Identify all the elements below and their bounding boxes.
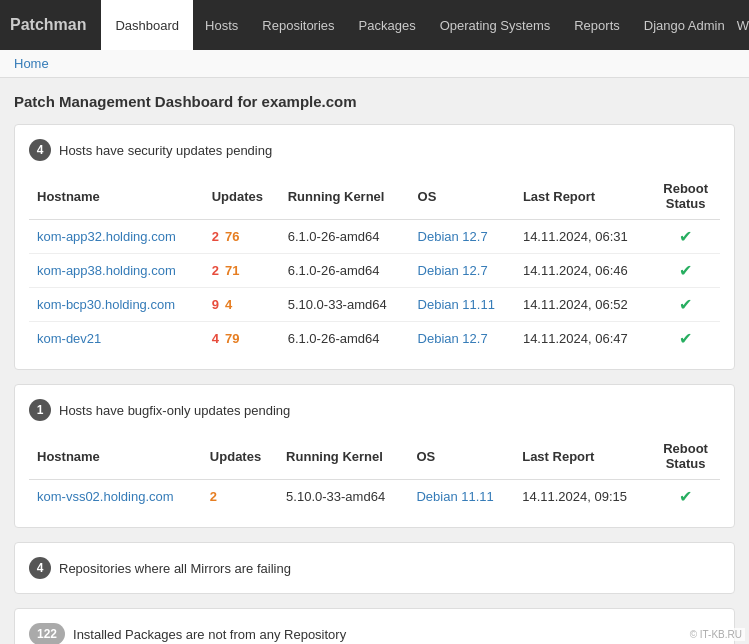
updates-orange: 76 xyxy=(225,229,239,244)
home-link[interactable]: Home xyxy=(14,56,49,71)
repos-section-header: 4 Repositories where all Mirrors are fai… xyxy=(29,557,720,579)
nav-operating-systems[interactable]: Operating Systems xyxy=(428,0,563,50)
reboot-ok-icon: ✔ xyxy=(679,488,692,505)
bugfix-label: Hosts have bugfix-only updates pending xyxy=(59,403,290,418)
packages-card: 122 Installed Packages are not from any … xyxy=(14,608,735,644)
col-hostname: Hostname xyxy=(29,173,204,220)
page-title: Patch Management Dashboard for example.c… xyxy=(14,93,735,110)
col-hostname: Hostname xyxy=(29,433,202,480)
host-link[interactable]: kom-dev21 xyxy=(37,331,101,346)
packages-label: Installed Packages are not from any Repo… xyxy=(73,627,346,642)
last-report: 14.11.2024, 06:31 xyxy=(515,220,651,254)
breadcrumb: Home xyxy=(0,50,749,78)
navbar: Dashboard Hosts Repositories Packages Op… xyxy=(101,0,736,50)
packages-section-header: 122 Installed Packages are not from any … xyxy=(29,623,720,644)
host-link[interactable]: kom-vss02.holding.com xyxy=(37,489,174,504)
col-updates: Updates xyxy=(202,433,278,480)
user-info: Welcome, adm / Log out xyxy=(737,18,749,33)
updates-red: 4 xyxy=(212,331,219,346)
kernel: 5.10.0-33-amd64 xyxy=(280,288,410,322)
os-link[interactable]: Debian 12.7 xyxy=(418,263,488,278)
updates-red: 2 xyxy=(212,263,219,278)
packages-badge: 122 xyxy=(29,623,65,644)
kernel: 6.1.0-26-amd64 xyxy=(280,254,410,288)
main-content: Patch Management Dashboard for example.c… xyxy=(0,78,749,644)
security-updates-card: 4 Hosts have security updates pending Ho… xyxy=(14,124,735,370)
bugfix-section-header: 1 Hosts have bugfix-only updates pending xyxy=(29,399,720,421)
col-reboot-status: RebootStatus xyxy=(651,433,720,480)
last-report: 14.11.2024, 09:15 xyxy=(514,480,651,514)
nav-hosts[interactable]: Hosts xyxy=(193,0,250,50)
table-row: kom-dev21 479 6.1.0-26-amd64 Debian 12.7… xyxy=(29,322,720,356)
col-os: OS xyxy=(410,173,515,220)
table-row: kom-bcp30.holding.com 94 5.10.0-33-amd64… xyxy=(29,288,720,322)
col-updates: Updates xyxy=(204,173,280,220)
nav-dashboard[interactable]: Dashboard xyxy=(101,0,193,50)
security-table: Hostname Updates Running Kernel OS Last … xyxy=(29,173,720,355)
reboot-ok-icon: ✔ xyxy=(679,262,692,279)
watermark: © IT-KB.RU xyxy=(687,628,745,641)
host-link[interactable]: kom-app38.holding.com xyxy=(37,263,176,278)
col-last-report: Last Report xyxy=(515,173,651,220)
updates-orange: 2 xyxy=(210,489,217,504)
updates-orange: 71 xyxy=(225,263,239,278)
welcome-text: Welcome, adm xyxy=(737,18,749,33)
os-link[interactable]: Debian 12.7 xyxy=(418,331,488,346)
kernel: 6.1.0-26-amd64 xyxy=(280,322,410,356)
security-section-header: 4 Hosts have security updates pending xyxy=(29,139,720,161)
last-report: 14.11.2024, 06:52 xyxy=(515,288,651,322)
repos-badge: 4 xyxy=(29,557,51,579)
os-link[interactable]: Debian 11.11 xyxy=(416,489,493,504)
updates-orange: 4 xyxy=(225,297,232,312)
updates-orange: 79 xyxy=(225,331,239,346)
last-report: 14.11.2024, 06:47 xyxy=(515,322,651,356)
last-report: 14.11.2024, 06:46 xyxy=(515,254,651,288)
security-badge: 4 xyxy=(29,139,51,161)
table-row: kom-app38.holding.com 271 6.1.0-26-amd64… xyxy=(29,254,720,288)
bugfix-table: Hostname Updates Running Kernel OS Last … xyxy=(29,433,720,513)
reboot-ok-icon: ✔ xyxy=(679,228,692,245)
updates-red: 2 xyxy=(212,229,219,244)
bugfix-updates-card: 1 Hosts have bugfix-only updates pending… xyxy=(14,384,735,528)
os-link[interactable]: Debian 11.11 xyxy=(418,297,495,312)
reboot-ok-icon: ✔ xyxy=(679,330,692,347)
col-reboot-status: RebootStatus xyxy=(651,173,720,220)
reboot-ok-icon: ✔ xyxy=(679,296,692,313)
nav-repositories[interactable]: Repositories xyxy=(250,0,346,50)
host-link[interactable]: kom-app32.holding.com xyxy=(37,229,176,244)
updates-red: 9 xyxy=(212,297,219,312)
col-kernel: Running Kernel xyxy=(280,173,410,220)
col-os: OS xyxy=(408,433,514,480)
host-link[interactable]: kom-bcp30.holding.com xyxy=(37,297,175,312)
nav-packages[interactable]: Packages xyxy=(347,0,428,50)
table-row: kom-vss02.holding.com 2 5.10.0-33-amd64 … xyxy=(29,480,720,514)
brand[interactable]: Patchman xyxy=(10,16,86,34)
nav-django-admin[interactable]: Django Admin xyxy=(632,0,737,50)
bugfix-badge: 1 xyxy=(29,399,51,421)
nav-reports[interactable]: Reports xyxy=(562,0,632,50)
col-last-report: Last Report xyxy=(514,433,651,480)
repos-label: Repositories where all Mirrors are faili… xyxy=(59,561,291,576)
table-row: kom-app32.holding.com 276 6.1.0-26-amd64… xyxy=(29,220,720,254)
os-link[interactable]: Debian 12.7 xyxy=(418,229,488,244)
kernel: 6.1.0-26-amd64 xyxy=(280,220,410,254)
repos-card: 4 Repositories where all Mirrors are fai… xyxy=(14,542,735,594)
security-label: Hosts have security updates pending xyxy=(59,143,272,158)
kernel: 5.10.0-33-amd64 xyxy=(278,480,408,514)
col-kernel: Running Kernel xyxy=(278,433,408,480)
